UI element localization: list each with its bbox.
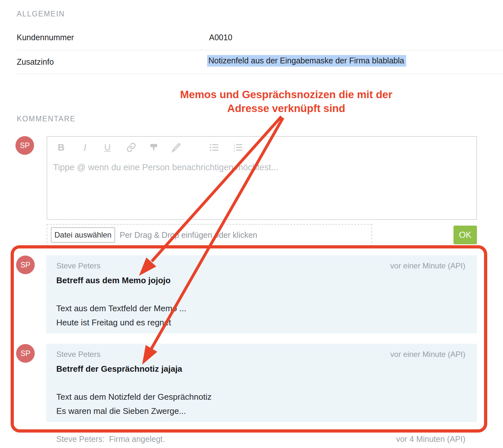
comment-title: Betreff der Gesprächnotiz jajaja (56, 364, 182, 374)
comment-timestamp: vor einer Minute (API) (390, 350, 465, 359)
activity-entry: Steve Peters: Firma angelegt. (56, 434, 165, 444)
bold-icon: B (58, 142, 65, 153)
comment-body: Text aus dem Textfeld der Memo ... Heute… (56, 301, 186, 330)
link-icon (126, 142, 137, 153)
annotation-note-line2: Adresse verknüpft sind (122, 101, 450, 115)
comment-avatar: SP (16, 256, 35, 274)
section-title-allgemein: ALLGEMEIN (17, 10, 65, 18)
divider (17, 74, 503, 74)
activity-action: Firma angelegt. (109, 434, 165, 443)
svg-text:3: 3 (233, 149, 235, 153)
italic-button[interactable]: I (79, 141, 91, 154)
activity-timestamp: vor 4 Minuten (API) (396, 434, 465, 444)
comment-card-gespraechnotiz: Steve Peters vor einer Minute (API) Betr… (46, 344, 477, 422)
highlighter-icon (171, 142, 182, 153)
annotation-note: Memos und Gesprächsnozizen die mit der A… (122, 88, 450, 115)
selected-text-highlight: Notizenfeld aus der Eingabemaske der Fir… (207, 55, 406, 67)
field-value-zusatzinfo: Notizenfeld aus der Eingabemaske der Fir… (207, 56, 406, 65)
dropzone-hint: Per Drag & Drop einfügen oder klicken (120, 230, 257, 240)
comment-body-line: Text aus dem Textfeld der Memo ... (56, 301, 186, 315)
file-select-button[interactable]: Datei auswählen (51, 227, 115, 243)
italic-icon: I (83, 142, 87, 153)
comment-input[interactable]: Tippe @ wenn du eine Person benachrichti… (53, 163, 468, 214)
editor-avatar-initials: SP (20, 141, 30, 150)
comment-timestamp: vor einer Minute (API) (390, 261, 465, 270)
comment-body-line: Es waren mal die Sieben Zwerge... (56, 404, 212, 418)
highlighter-button[interactable] (170, 141, 182, 154)
comment-body-line: Heute ist Freitag und es regnet (56, 315, 186, 330)
ok-button[interactable]: OK (453, 226, 477, 244)
divider (17, 50, 503, 50)
comment-avatar: SP (16, 344, 35, 363)
ok-button-label: OK (459, 230, 471, 240)
bold-button[interactable]: B (55, 141, 67, 154)
field-label-zusatzinfo: Zusatzinfo (17, 57, 54, 67)
comment-avatar-initials: SP (21, 349, 31, 358)
link-button[interactable] (125, 141, 137, 154)
page: ALLGEMEIN Kundennummer A0010 Zusatzinfo … (0, 0, 503, 448)
section-title-kommentare: KOMMENTARE (17, 115, 76, 123)
comment-body-line: Text aus dem Notizfeld der Gesprächnotiz (56, 390, 212, 404)
activity-author: Steve Peters: (56, 434, 105, 443)
numbered-list-icon: 1 2 3 (232, 142, 244, 153)
comment-title: Betreff aus dem Memo jojojo (56, 275, 170, 285)
bullet-list-icon (208, 142, 220, 153)
format-brush-button[interactable] (148, 141, 160, 154)
comment-body: Text aus dem Notizfeld der Gesprächnotiz… (56, 390, 212, 418)
comment-input-placeholder: Tippe @ wenn du eine Person benachrichti… (53, 163, 278, 172)
editor-avatar: SP (15, 136, 34, 155)
comment-avatar-initials: SP (21, 261, 31, 269)
format-brush-icon (149, 142, 159, 153)
field-value-kundennummer: A0010 (209, 33, 232, 42)
comment-card-memo: Steve Peters vor einer Minute (API) Betr… (46, 255, 477, 333)
comment-author: Steve Peters (56, 261, 100, 270)
bullet-list-button[interactable] (208, 141, 220, 154)
underline-icon: U (104, 142, 111, 153)
comment-author: Steve Peters (56, 350, 100, 359)
file-select-label: Datei auswählen (54, 230, 111, 239)
numbered-list-button[interactable]: 1 2 3 (232, 141, 244, 154)
annotation-note-line1: Memos und Gesprächsnozizen die mit der (122, 88, 450, 101)
field-label-kundennummer: Kundennummer (17, 33, 74, 42)
underline-button[interactable]: U (102, 141, 113, 154)
